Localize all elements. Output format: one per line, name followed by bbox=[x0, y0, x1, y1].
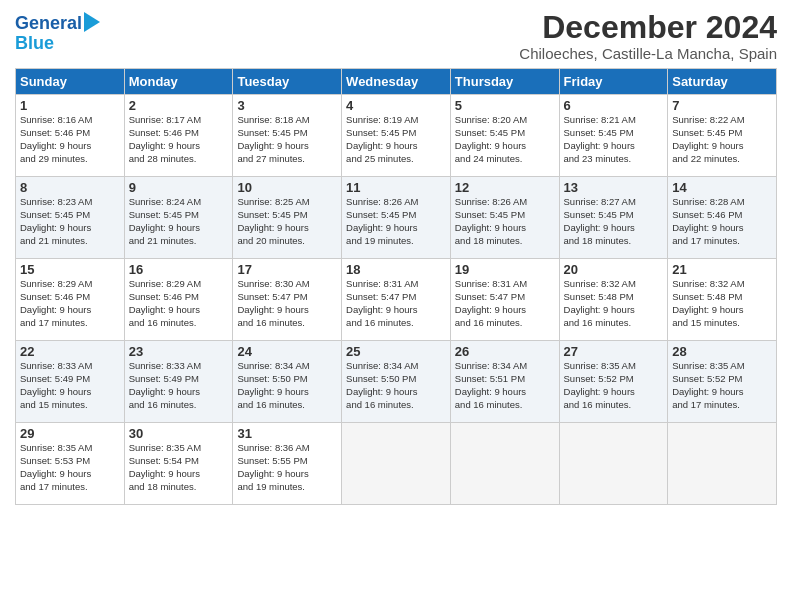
day-number: 22 bbox=[20, 344, 120, 359]
day-number: 13 bbox=[564, 180, 664, 195]
table-row: 28Sunrise: 8:35 AM Sunset: 5:52 PM Dayli… bbox=[668, 341, 777, 423]
col-sunday: Sunday bbox=[16, 69, 125, 95]
table-row: 23Sunrise: 8:33 AM Sunset: 5:49 PM Dayli… bbox=[124, 341, 233, 423]
calendar-week-row: 15Sunrise: 8:29 AM Sunset: 5:46 PM Dayli… bbox=[16, 259, 777, 341]
col-thursday: Thursday bbox=[450, 69, 559, 95]
table-row: 24Sunrise: 8:34 AM Sunset: 5:50 PM Dayli… bbox=[233, 341, 342, 423]
day-number: 4 bbox=[346, 98, 446, 113]
table-row bbox=[559, 423, 668, 505]
table-row: 27Sunrise: 8:35 AM Sunset: 5:52 PM Dayli… bbox=[559, 341, 668, 423]
table-row: 17Sunrise: 8:30 AM Sunset: 5:47 PM Dayli… bbox=[233, 259, 342, 341]
table-row bbox=[342, 423, 451, 505]
day-info: Sunrise: 8:19 AM Sunset: 5:45 PM Dayligh… bbox=[346, 114, 446, 165]
table-row: 18Sunrise: 8:31 AM Sunset: 5:47 PM Dayli… bbox=[342, 259, 451, 341]
day-info: Sunrise: 8:35 AM Sunset: 5:54 PM Dayligh… bbox=[129, 442, 229, 493]
table-row: 14Sunrise: 8:28 AM Sunset: 5:46 PM Dayli… bbox=[668, 177, 777, 259]
day-number: 5 bbox=[455, 98, 555, 113]
day-info: Sunrise: 8:35 AM Sunset: 5:52 PM Dayligh… bbox=[564, 360, 664, 411]
table-row: 9Sunrise: 8:24 AM Sunset: 5:45 PM Daylig… bbox=[124, 177, 233, 259]
table-row: 7Sunrise: 8:22 AM Sunset: 5:45 PM Daylig… bbox=[668, 95, 777, 177]
day-info: Sunrise: 8:35 AM Sunset: 5:52 PM Dayligh… bbox=[672, 360, 772, 411]
day-info: Sunrise: 8:31 AM Sunset: 5:47 PM Dayligh… bbox=[455, 278, 555, 329]
col-tuesday: Tuesday bbox=[233, 69, 342, 95]
day-number: 25 bbox=[346, 344, 446, 359]
day-info: Sunrise: 8:22 AM Sunset: 5:45 PM Dayligh… bbox=[672, 114, 772, 165]
table-row: 15Sunrise: 8:29 AM Sunset: 5:46 PM Dayli… bbox=[16, 259, 125, 341]
day-info: Sunrise: 8:34 AM Sunset: 5:50 PM Dayligh… bbox=[237, 360, 337, 411]
calendar-header-row: Sunday Monday Tuesday Wednesday Thursday… bbox=[16, 69, 777, 95]
calendar-week-row: 1Sunrise: 8:16 AM Sunset: 5:46 PM Daylig… bbox=[16, 95, 777, 177]
logo-blue-text: Blue bbox=[15, 34, 100, 54]
table-row bbox=[668, 423, 777, 505]
day-info: Sunrise: 8:25 AM Sunset: 5:45 PM Dayligh… bbox=[237, 196, 337, 247]
table-row: 12Sunrise: 8:26 AM Sunset: 5:45 PM Dayli… bbox=[450, 177, 559, 259]
day-info: Sunrise: 8:23 AM Sunset: 5:45 PM Dayligh… bbox=[20, 196, 120, 247]
day-number: 6 bbox=[564, 98, 664, 113]
day-info: Sunrise: 8:21 AM Sunset: 5:45 PM Dayligh… bbox=[564, 114, 664, 165]
day-number: 12 bbox=[455, 180, 555, 195]
day-number: 9 bbox=[129, 180, 229, 195]
table-row: 20Sunrise: 8:32 AM Sunset: 5:48 PM Dayli… bbox=[559, 259, 668, 341]
table-row: 19Sunrise: 8:31 AM Sunset: 5:47 PM Dayli… bbox=[450, 259, 559, 341]
day-number: 15 bbox=[20, 262, 120, 277]
day-info: Sunrise: 8:32 AM Sunset: 5:48 PM Dayligh… bbox=[672, 278, 772, 329]
day-info: Sunrise: 8:26 AM Sunset: 5:45 PM Dayligh… bbox=[346, 196, 446, 247]
table-row: 6Sunrise: 8:21 AM Sunset: 5:45 PM Daylig… bbox=[559, 95, 668, 177]
day-number: 10 bbox=[237, 180, 337, 195]
logo: General Blue bbox=[15, 14, 100, 54]
day-info: Sunrise: 8:26 AM Sunset: 5:45 PM Dayligh… bbox=[455, 196, 555, 247]
calendar-week-row: 29Sunrise: 8:35 AM Sunset: 5:53 PM Dayli… bbox=[16, 423, 777, 505]
table-row: 3Sunrise: 8:18 AM Sunset: 5:45 PM Daylig… bbox=[233, 95, 342, 177]
day-number: 18 bbox=[346, 262, 446, 277]
day-number: 3 bbox=[237, 98, 337, 113]
day-info: Sunrise: 8:16 AM Sunset: 5:46 PM Dayligh… bbox=[20, 114, 120, 165]
day-number: 16 bbox=[129, 262, 229, 277]
day-info: Sunrise: 8:20 AM Sunset: 5:45 PM Dayligh… bbox=[455, 114, 555, 165]
month-title: December 2024 bbox=[519, 10, 777, 45]
day-number: 1 bbox=[20, 98, 120, 113]
table-row bbox=[450, 423, 559, 505]
day-number: 24 bbox=[237, 344, 337, 359]
table-row: 10Sunrise: 8:25 AM Sunset: 5:45 PM Dayli… bbox=[233, 177, 342, 259]
day-number: 11 bbox=[346, 180, 446, 195]
day-info: Sunrise: 8:32 AM Sunset: 5:48 PM Dayligh… bbox=[564, 278, 664, 329]
day-info: Sunrise: 8:34 AM Sunset: 5:51 PM Dayligh… bbox=[455, 360, 555, 411]
day-info: Sunrise: 8:24 AM Sunset: 5:45 PM Dayligh… bbox=[129, 196, 229, 247]
col-friday: Friday bbox=[559, 69, 668, 95]
table-row: 30Sunrise: 8:35 AM Sunset: 5:54 PM Dayli… bbox=[124, 423, 233, 505]
day-number: 30 bbox=[129, 426, 229, 441]
header: General Blue December 2024 Chiloeches, C… bbox=[15, 10, 777, 62]
table-row: 8Sunrise: 8:23 AM Sunset: 5:45 PM Daylig… bbox=[16, 177, 125, 259]
day-info: Sunrise: 8:34 AM Sunset: 5:50 PM Dayligh… bbox=[346, 360, 446, 411]
table-row: 31Sunrise: 8:36 AM Sunset: 5:55 PM Dayli… bbox=[233, 423, 342, 505]
day-number: 27 bbox=[564, 344, 664, 359]
day-info: Sunrise: 8:28 AM Sunset: 5:46 PM Dayligh… bbox=[672, 196, 772, 247]
table-row: 5Sunrise: 8:20 AM Sunset: 5:45 PM Daylig… bbox=[450, 95, 559, 177]
day-info: Sunrise: 8:36 AM Sunset: 5:55 PM Dayligh… bbox=[237, 442, 337, 493]
table-row: 1Sunrise: 8:16 AM Sunset: 5:46 PM Daylig… bbox=[16, 95, 125, 177]
day-number: 31 bbox=[237, 426, 337, 441]
day-info: Sunrise: 8:18 AM Sunset: 5:45 PM Dayligh… bbox=[237, 114, 337, 165]
day-number: 19 bbox=[455, 262, 555, 277]
table-row: 29Sunrise: 8:35 AM Sunset: 5:53 PM Dayli… bbox=[16, 423, 125, 505]
table-row: 25Sunrise: 8:34 AM Sunset: 5:50 PM Dayli… bbox=[342, 341, 451, 423]
logo-arrow-icon bbox=[84, 12, 100, 32]
day-number: 21 bbox=[672, 262, 772, 277]
table-row: 26Sunrise: 8:34 AM Sunset: 5:51 PM Dayli… bbox=[450, 341, 559, 423]
table-row: 16Sunrise: 8:29 AM Sunset: 5:46 PM Dayli… bbox=[124, 259, 233, 341]
day-info: Sunrise: 8:27 AM Sunset: 5:45 PM Dayligh… bbox=[564, 196, 664, 247]
day-number: 20 bbox=[564, 262, 664, 277]
day-info: Sunrise: 8:17 AM Sunset: 5:46 PM Dayligh… bbox=[129, 114, 229, 165]
day-info: Sunrise: 8:33 AM Sunset: 5:49 PM Dayligh… bbox=[20, 360, 120, 411]
day-number: 23 bbox=[129, 344, 229, 359]
col-monday: Monday bbox=[124, 69, 233, 95]
day-number: 8 bbox=[20, 180, 120, 195]
calendar-week-row: 8Sunrise: 8:23 AM Sunset: 5:45 PM Daylig… bbox=[16, 177, 777, 259]
day-info: Sunrise: 8:33 AM Sunset: 5:49 PM Dayligh… bbox=[129, 360, 229, 411]
table-row: 11Sunrise: 8:26 AM Sunset: 5:45 PM Dayli… bbox=[342, 177, 451, 259]
day-number: 28 bbox=[672, 344, 772, 359]
day-info: Sunrise: 8:30 AM Sunset: 5:47 PM Dayligh… bbox=[237, 278, 337, 329]
col-wednesday: Wednesday bbox=[342, 69, 451, 95]
calendar-week-row: 22Sunrise: 8:33 AM Sunset: 5:49 PM Dayli… bbox=[16, 341, 777, 423]
day-info: Sunrise: 8:29 AM Sunset: 5:46 PM Dayligh… bbox=[129, 278, 229, 329]
